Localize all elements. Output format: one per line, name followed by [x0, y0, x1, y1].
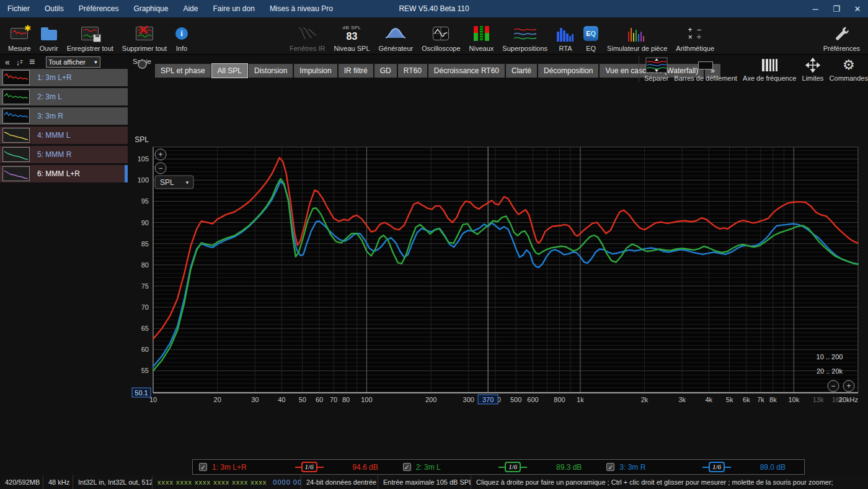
measurement-row-4[interactable]: 4: MMM L	[0, 127, 128, 144]
hex-green: xxxx xxxx xxxx xxxx xxxx xxxx	[157, 478, 267, 486]
hint-status: Cliquez à droite pour faire un panoramiq…	[471, 475, 868, 489]
panel-menu-icon[interactable]: ≡	[29, 56, 35, 68]
measurement-panel-header: « ↓ᶻ ≡ Tout afficher▼	[0, 55, 130, 70]
range-preset-10-200[interactable]: 10 .. 200	[817, 353, 843, 361]
eq-button[interactable]: EQ EQ	[579, 20, 603, 52]
delete-icon: ✕	[136, 24, 153, 43]
smoothing-badge[interactable]: 1/6	[498, 462, 527, 472]
legend-item-2: ✓2: 3m L1/689.3 dB	[397, 460, 601, 474]
arithmetic-button[interactable]: + −× ÷ Arithmétique	[671, 20, 719, 52]
minimize-button[interactable]: ─	[805, 0, 826, 17]
y-tick-label: 65	[141, 325, 149, 332]
measurement-row-6[interactable]: 6: MMM L+R	[0, 165, 128, 182]
measurement-row-5[interactable]: 5: MMM R	[0, 146, 128, 163]
zoom-in-button-glyph: +	[158, 150, 162, 159]
trace-value: 89.3 dB	[543, 463, 582, 472]
x-tick-label: 10k	[788, 396, 799, 403]
capture-button[interactable]: Saisie	[131, 58, 153, 65]
menu-bar: FichierOutilsPréférencesGraphiqueAideFai…	[0, 0, 340, 17]
tab-d-croissance-rt60[interactable]: Décroissance RT60	[428, 64, 505, 78]
zoom-out-button-glyph: −	[158, 164, 162, 173]
measurement-thumbnail	[2, 166, 30, 181]
gear-icon: ⚙	[843, 56, 855, 74]
menu-graphique[interactable]: Graphique	[126, 0, 175, 17]
menu-aide[interactable]: Aide	[175, 0, 205, 17]
save-all-button[interactable]: Enregistrer tout	[63, 20, 118, 52]
scrollbars-button[interactable]: Barres de défilement	[674, 56, 737, 82]
tab-d-composition[interactable]: Décomposition	[538, 64, 598, 78]
room-sim-icon	[625, 24, 650, 43]
tab-ir-filtr-[interactable]: IR filtré	[339, 64, 373, 78]
filter-dropdown[interactable]: Tout afficher▼	[46, 56, 100, 68]
main-toolbar: ✱ Mesure Ouvrir Enregistrer tout ✕ Suppr…	[0, 17, 868, 55]
ir-windows-icon	[297, 24, 318, 43]
oscilloscope-button[interactable]: Oscilloscope	[417, 20, 464, 52]
collapse-panel-icon[interactable]: «	[5, 57, 10, 67]
separate-button[interactable]: Séparer	[644, 56, 668, 82]
trace-checkbox[interactable]: ✓	[403, 463, 411, 471]
menu-outils[interactable]: Outils	[37, 0, 71, 17]
range-preset-20-20k[interactable]: 20 .. 20k	[817, 367, 843, 375]
measurement-thumbnail	[2, 109, 30, 123]
smoothing-badge[interactable]: 1/6	[702, 462, 731, 472]
measure-button[interactable]: ✱ Mesure	[4, 20, 35, 52]
graph-tools: Séparer Barres de défilement Axe de fréq…	[639, 56, 868, 82]
info-button[interactable]: i Info	[171, 20, 192, 52]
levels-button[interactable]: Niveaux	[465, 20, 498, 52]
trace-checkbox[interactable]: ✓	[199, 463, 207, 471]
x-tick-label: 600	[527, 396, 538, 403]
freq-axis-button[interactable]: Axe de fréquence	[743, 56, 796, 82]
close-button[interactable]: ✕	[847, 0, 868, 17]
maximize-button[interactable]: ❐	[826, 0, 847, 17]
overlays-button[interactable]: Superpositions	[498, 20, 552, 52]
tab-spl-et-phase[interactable]: SPL et phase	[155, 64, 211, 78]
spl-chart[interactable]: SPL10510095908580757065605550.1102030405…	[130, 133, 868, 413]
trace-checkbox[interactable]: ✓	[606, 463, 614, 471]
measurement-label: 6: MMM L+R	[37, 169, 80, 178]
status-bar: 420/592MB 48 kHz Int32L in, Int32L out, …	[0, 475, 868, 489]
delete-all-button[interactable]: ✕ Supprimer tout	[118, 20, 171, 52]
sample-rate-status: 48 kHz	[43, 475, 73, 489]
room-sim-button[interactable]: Simulateur de pièce	[603, 20, 671, 52]
measurement-thumbnail	[2, 147, 30, 162]
spl-level-button[interactable]: dB SPL83 Niveau SPL	[329, 20, 374, 52]
preferences-button[interactable]: Préférences	[819, 20, 864, 52]
smoothing-badge[interactable]: 1/6	[295, 462, 324, 472]
tab-rt60[interactable]: RT60	[398, 64, 427, 78]
y-tick-label: 100	[138, 176, 149, 184]
menu-mises-niveau-pro[interactable]: Mises à niveau Pro	[262, 0, 340, 17]
selection-indicator	[125, 165, 128, 182]
tab-clart-[interactable]: Clarté	[506, 64, 537, 78]
measurement-label: 5: MMM R	[37, 150, 71, 159]
measurement-row-2[interactable]: 2: 3m L	[0, 88, 128, 105]
chevron-down-icon: ▼	[185, 180, 190, 186]
scrollbar-icon	[698, 56, 713, 74]
sort-icon[interactable]: ↓ᶻ	[16, 58, 23, 67]
measurement-thumbnail	[2, 70, 30, 85]
menu-pr-f-rences[interactable]: Préférences	[71, 0, 126, 17]
chart-canvas[interactable]: SPL10510095908580757065605550.1102030405…	[130, 133, 868, 413]
menu-faire-un-don[interactable]: Faire un don	[205, 0, 262, 17]
open-button[interactable]: Ouvrir	[35, 20, 63, 52]
measurement-row-1[interactable]: 1: 3m L+R	[0, 69, 128, 86]
tab-gd[interactable]: GD	[374, 64, 397, 78]
controls-button[interactable]: ⚙ Commandes	[830, 56, 868, 82]
trace-legend: ✓1: 3m L+R1/694.6 dB✓2: 3m L1/689.3 dB✓3…	[192, 459, 805, 475]
tab-impulsion[interactable]: Impulsion	[294, 64, 337, 78]
rta-button[interactable]: RTA	[552, 20, 579, 52]
tab-distorsion[interactable]: Distorsion	[249, 64, 293, 78]
tab-all-spl[interactable]: All SPL	[212, 64, 247, 78]
y-tick-label: 75	[141, 282, 149, 290]
x-tick-label: 30	[251, 396, 259, 403]
trace-value: 94.6 dB	[340, 463, 378, 472]
measurement-label: 2: 3m L	[37, 92, 62, 101]
limits-button[interactable]: Limites	[802, 56, 824, 82]
level-bars-icon	[474, 24, 489, 43]
x-tick-label: 3k	[678, 396, 686, 403]
sine-wave-icon	[384, 24, 407, 43]
x-tick-label: 500	[510, 396, 521, 403]
generator-button[interactable]: Générateur	[374, 20, 418, 52]
measurement-row-3[interactable]: 3: 3m R	[0, 107, 128, 125]
menu-fichier[interactable]: Fichier	[0, 0, 37, 17]
y-tick-label: 80	[141, 261, 149, 269]
